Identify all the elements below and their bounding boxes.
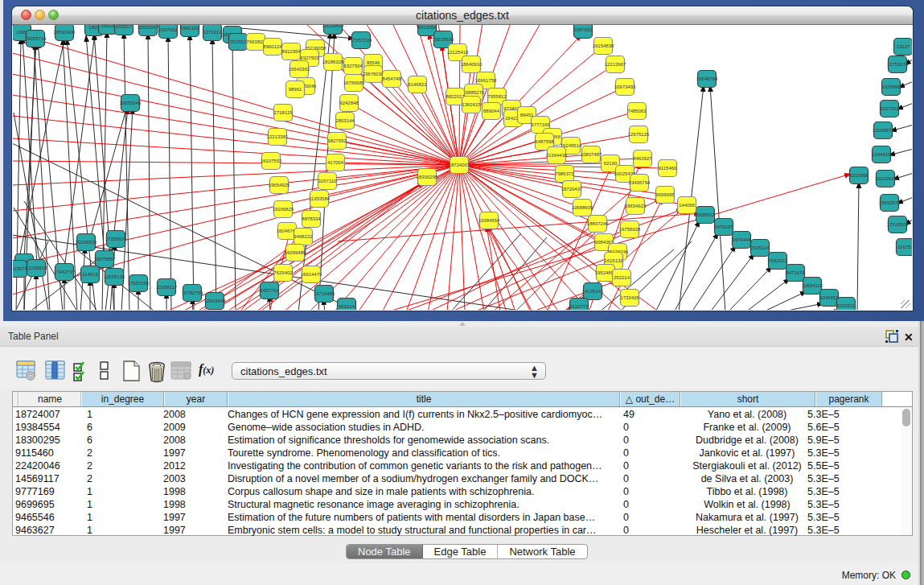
svg-text:9474444: 9474444	[732, 237, 751, 242]
svg-text:17016504: 17016504	[887, 222, 909, 227]
svg-text:13751674: 13751674	[887, 62, 909, 67]
svg-text:15885270: 15885270	[463, 90, 485, 95]
svg-text:11353584: 11353584	[309, 196, 331, 201]
svg-text:2087652: 2087652	[573, 27, 593, 32]
svg-text:10958117: 10958117	[156, 285, 178, 290]
svg-text:7485063: 7485063	[627, 109, 647, 113]
svg-text:19384554: 19384554	[478, 218, 500, 223]
svg-text:8215958: 8215958	[849, 173, 869, 178]
svg-text:252214: 252214	[614, 275, 630, 280]
svg-text:18720437: 18720437	[561, 187, 583, 192]
svg-text:19654923: 19654923	[625, 204, 647, 208]
svg-text:9227342: 9227342	[880, 106, 899, 111]
svg-text:1615132: 1615132	[604, 258, 623, 263]
svg-text:19654925: 19654925	[269, 183, 290, 187]
svg-text:8463627: 8463627	[633, 156, 652, 161]
svg-text:95546: 95546	[367, 60, 380, 65]
svg-text:9242848: 9242848	[339, 101, 359, 105]
svg-text:9329966: 9329966	[881, 84, 901, 89]
svg-text:889044: 889044	[483, 109, 500, 113]
svg-text:751552: 751552	[230, 39, 247, 44]
svg-text:9327503: 9327503	[300, 56, 319, 60]
svg-text:17357224: 17357224	[351, 38, 372, 43]
svg-text:9777169: 9777169	[531, 122, 550, 127]
svg-text:12125419: 12125419	[447, 50, 469, 55]
svg-text:12975125: 12975125	[628, 132, 650, 137]
svg-text:19166825: 19166825	[273, 207, 294, 212]
svg-text:8471676: 8471676	[786, 270, 805, 275]
svg-text:205317: 205317	[116, 25, 133, 29]
svg-text:9327504: 9327504	[343, 64, 363, 68]
svg-text:9827552: 9827552	[327, 138, 347, 143]
svg-text:18300295: 18300295	[417, 175, 438, 179]
svg-text:6966160: 6966160	[180, 26, 199, 31]
svg-text:23676038: 23676038	[363, 72, 384, 76]
svg-text:2935114: 2935114	[751, 245, 770, 250]
svg-text:6479197: 6479197	[714, 225, 733, 229]
svg-text:12505135: 12505135	[104, 274, 125, 279]
svg-text:9332511: 9332511	[837, 303, 856, 308]
svg-text:19218506: 19218506	[433, 37, 454, 42]
svg-text:8912954: 8912954	[281, 49, 301, 54]
svg-text:1733426: 1733426	[620, 295, 639, 300]
svg-text:14136141: 14136141	[582, 289, 604, 294]
svg-text:9699695: 9699695	[655, 192, 675, 197]
svg-text:955214: 955214	[339, 304, 355, 309]
svg-text:16107552: 16107552	[261, 159, 282, 163]
svg-text:12156819: 12156819	[26, 266, 47, 270]
svg-text:20053346: 20053346	[120, 101, 142, 105]
svg-text:10973493: 10973493	[614, 84, 636, 89]
svg-text:12923448: 12923448	[204, 299, 226, 303]
svg-text:12093873: 12093873	[873, 128, 894, 133]
svg-text:16961758: 16961758	[475, 78, 497, 83]
svg-text:16914479: 16914479	[301, 272, 322, 277]
svg-text:1244415: 1244415	[872, 152, 891, 157]
svg-text:7632621: 7632621	[768, 258, 787, 263]
svg-text:9245652: 9245652	[819, 295, 839, 300]
svg-text:9115460: 9115460	[659, 166, 678, 171]
svg-text:7986372: 7986372	[555, 171, 574, 176]
svg-text:8813054: 8813054	[417, 25, 437, 30]
svg-text:3267110: 3267110	[318, 179, 338, 183]
svg-text:16782759: 16782759	[182, 290, 203, 295]
svg-text:10807487: 10807487	[581, 152, 602, 157]
svg-text:7955812: 7955812	[487, 94, 507, 99]
svg-text:1362615: 1362615	[462, 102, 481, 107]
svg-text:18724007: 18724007	[449, 163, 470, 167]
svg-text:7625402: 7625402	[273, 270, 293, 275]
svg-text:98961: 98961	[289, 87, 302, 92]
svg-text:18186328: 18186328	[322, 60, 344, 64]
svg-text:114519: 114519	[82, 272, 98, 277]
svg-text:417004: 417004	[327, 160, 344, 165]
svg-text:16543362: 16543362	[289, 67, 310, 72]
svg-text:17942737: 17942737	[54, 270, 76, 274]
svg-text:19055714: 19055714	[25, 36, 47, 41]
svg-text:19756928: 19756928	[619, 227, 641, 232]
svg-text:20206526: 20206526	[76, 240, 97, 245]
svg-text:1071913: 1071913	[203, 30, 222, 35]
svg-text:10553267: 10553267	[138, 25, 159, 30]
svg-text:2718129: 2718129	[273, 110, 293, 115]
svg-text:8938923: 8938923	[696, 212, 715, 217]
svg-text:16648784: 16648784	[696, 76, 718, 81]
svg-text:10688609: 10688609	[572, 205, 593, 210]
svg-text:144095: 144095	[679, 203, 696, 208]
svg-text:19975857: 19975857	[94, 257, 116, 262]
svg-text:16919: 16919	[101, 25, 115, 28]
svg-text:17359924: 17359924	[105, 237, 127, 241]
svg-text:15692971: 15692971	[879, 200, 901, 205]
svg-text:116753: 116753	[897, 245, 912, 249]
svg-text:9110777: 9110777	[570, 304, 589, 309]
svg-text:8454749: 8454749	[382, 76, 401, 81]
svg-text:16756685: 16756685	[343, 80, 365, 85]
svg-text:12213381: 12213381	[267, 134, 289, 139]
svg-text:16210643: 16210643	[875, 176, 897, 181]
svg-text:18640910: 18640910	[461, 62, 483, 67]
svg-text:17957255: 17957255	[128, 281, 150, 286]
svg-text:8960124: 8960124	[263, 44, 282, 49]
svg-text:6487568: 6487568	[535, 139, 554, 144]
svg-text:9457791: 9457791	[260, 288, 279, 293]
svg-text:13127: 13127	[897, 44, 910, 49]
svg-text:13716485: 13716485	[314, 291, 335, 296]
svg-text:62160: 62160	[604, 161, 618, 166]
